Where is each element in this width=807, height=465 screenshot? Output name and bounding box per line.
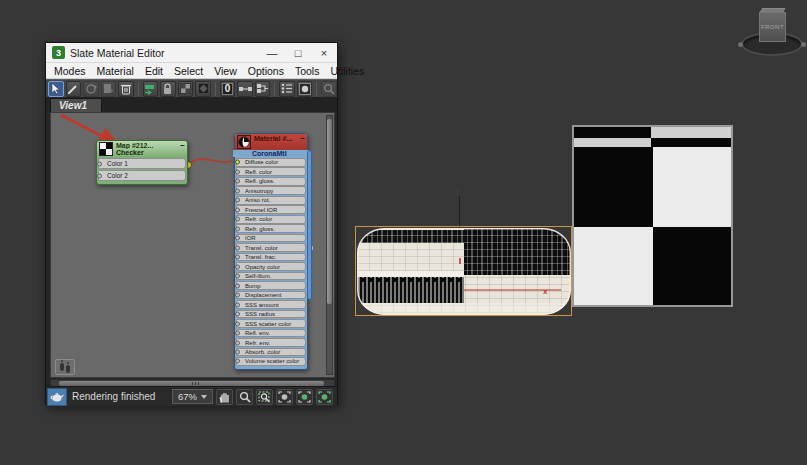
select-tool-button[interactable] <box>48 81 64 97</box>
assign-material-button[interactable] <box>143 81 159 97</box>
input-socket[interactable] <box>235 349 240 354</box>
collapse-node-button[interactable]: − <box>180 142 185 149</box>
corona-slot[interactable]: Transl. color <box>236 243 306 252</box>
corona-slot[interactable]: Refr. env. <box>236 338 306 347</box>
input-socket[interactable] <box>235 179 240 184</box>
slot-color1[interactable]: Color 1 <box>98 158 186 169</box>
material-id-channel-button[interactable]: 0 <box>220 81 236 97</box>
corona-slot[interactable]: Bump <box>236 281 306 290</box>
corona-slot[interactable]: Fresnel IOR <box>236 205 306 214</box>
pan-to-selected-button[interactable] <box>55 359 75 375</box>
input-socket[interactable] <box>235 236 240 241</box>
menu-modes[interactable]: Modes <box>54 65 86 77</box>
input-socket[interactable] <box>235 217 240 222</box>
corona-slot[interactable]: SSS radius <box>236 310 306 319</box>
input-socket[interactable] <box>235 198 240 203</box>
input-socket[interactable] <box>235 207 240 212</box>
input-socket[interactable] <box>97 173 102 178</box>
corona-slot[interactable]: Displacement <box>236 291 306 300</box>
corona-slot[interactable]: Anisotropy <box>236 186 306 195</box>
show-map-button[interactable] <box>178 81 194 97</box>
show-output-connections-button[interactable] <box>255 81 271 97</box>
corona-slot[interactable]: Refr. color <box>236 215 306 224</box>
viewcube-front-face[interactable]: FRONT <box>759 12 786 42</box>
menu-options[interactable]: Options <box>248 65 284 77</box>
pick-material-button[interactable] <box>66 81 82 97</box>
show-input-connections-button[interactable] <box>237 81 253 97</box>
vertical-scroll-thumb[interactable] <box>327 119 332 304</box>
checker-map-node[interactable]: Map #212... Checker − Color 1 Color 2 <box>96 140 188 185</box>
minimize-button[interactable]: — <box>259 44 285 62</box>
connection-wire[interactable] <box>188 159 232 165</box>
corona-slot[interactable]: Absorb. color <box>236 348 306 357</box>
corona-slot[interactable]: SSS amount <box>236 300 306 309</box>
zoom-extents-selected-button[interactable] <box>296 389 313 405</box>
delete-button[interactable] <box>118 81 134 97</box>
checker-node-header[interactable]: Map #212... Checker − <box>97 141 187 157</box>
zoom-region-button[interactable] <box>256 389 273 405</box>
input-socket[interactable] <box>97 161 102 166</box>
menu-utilities[interactable]: Utilities <box>330 65 364 77</box>
corona-slot[interactable]: Refl. color <box>236 167 306 176</box>
lock-sample-button[interactable] <box>160 81 176 97</box>
input-socket[interactable] <box>235 312 240 317</box>
node-graph-view[interactable]: Map #212... Checker − Color 1 Color 2 <box>50 112 335 378</box>
input-socket[interactable] <box>235 245 240 250</box>
corona-slot-diffuse[interactable]: Diffuse color <box>236 158 306 167</box>
input-socket[interactable] <box>235 359 240 364</box>
menu-select[interactable]: Select <box>174 65 203 77</box>
slot-color2[interactable]: Color 2 <box>98 170 186 181</box>
menu-view[interactable]: View <box>214 65 237 77</box>
menu-material[interactable]: Material <box>97 65 134 77</box>
input-socket[interactable] <box>235 340 240 345</box>
input-socket-connected[interactable] <box>235 160 240 165</box>
vertical-scrollbar[interactable] <box>326 115 333 375</box>
input-socket[interactable] <box>235 255 240 260</box>
corona-node-header[interactable]: Material #... − <box>235 134 307 150</box>
material-preview-button[interactable] <box>297 81 313 97</box>
input-socket[interactable] <box>235 188 240 193</box>
zoom-tool-button[interactable] <box>321 81 337 97</box>
corona-slot[interactable]: Refl. gloss. <box>236 177 306 186</box>
show-shaded-map-button[interactable] <box>195 81 211 97</box>
toolbar-separator <box>215 82 216 96</box>
zoom-extents-button[interactable] <box>276 389 293 405</box>
menu-edit[interactable]: Edit <box>145 65 163 77</box>
zoom-level-dropdown[interactable]: 67% <box>172 389 213 404</box>
input-socket[interactable] <box>235 264 240 269</box>
put-to-library-button[interactable] <box>101 81 117 97</box>
corona-output-bar[interactable] <box>307 150 312 300</box>
corona-material-node[interactable]: Material #... − CoronaMtl Diffuse color … <box>234 133 308 370</box>
input-socket[interactable] <box>235 331 240 336</box>
menu-tools[interactable]: Tools <box>295 65 320 77</box>
collapse-node-button[interactable]: − <box>300 135 305 142</box>
corona-slot[interactable]: Volume scatter color <box>236 357 306 366</box>
input-socket[interactable] <box>235 321 240 326</box>
corona-slot[interactable]: Refr. gloss. <box>236 224 306 233</box>
titlebar[interactable]: 3 Slate Material Editor — □ × <box>46 43 337 63</box>
corona-slot[interactable]: IOR <box>236 234 306 243</box>
zoom-extents-all-button[interactable] <box>316 389 333 405</box>
input-socket[interactable] <box>235 226 240 231</box>
tab-view1[interactable]: View1 <box>50 98 102 112</box>
input-socket[interactable] <box>235 293 240 298</box>
corona-slot[interactable]: Self-illum. <box>236 272 306 281</box>
input-socket[interactable] <box>235 274 240 279</box>
extents-sphere-selected-icon <box>298 391 311 403</box>
maximize-button[interactable]: □ <box>285 44 311 62</box>
put-to-scene-button[interactable] <box>83 81 99 97</box>
close-button[interactable]: × <box>311 44 337 62</box>
viewcube[interactable]: FRONT <box>738 4 807 62</box>
corona-slot[interactable]: Transl. frac. <box>236 253 306 262</box>
corona-slot[interactable]: Opacity color <box>236 262 306 271</box>
zoom-button[interactable] <box>236 389 253 405</box>
corona-slot[interactable]: SSS scatter color <box>236 319 306 328</box>
input-socket[interactable] <box>235 283 240 288</box>
layout-all-button[interactable] <box>279 81 295 97</box>
corona-slot[interactable]: Aniso rot. <box>236 196 306 205</box>
input-socket[interactable] <box>235 302 240 307</box>
pan-button[interactable] <box>216 389 233 405</box>
corona-slot[interactable]: Refl. env. <box>236 329 306 338</box>
wireframe-object[interactable]: x <box>357 228 571 315</box>
input-socket[interactable] <box>235 169 240 174</box>
